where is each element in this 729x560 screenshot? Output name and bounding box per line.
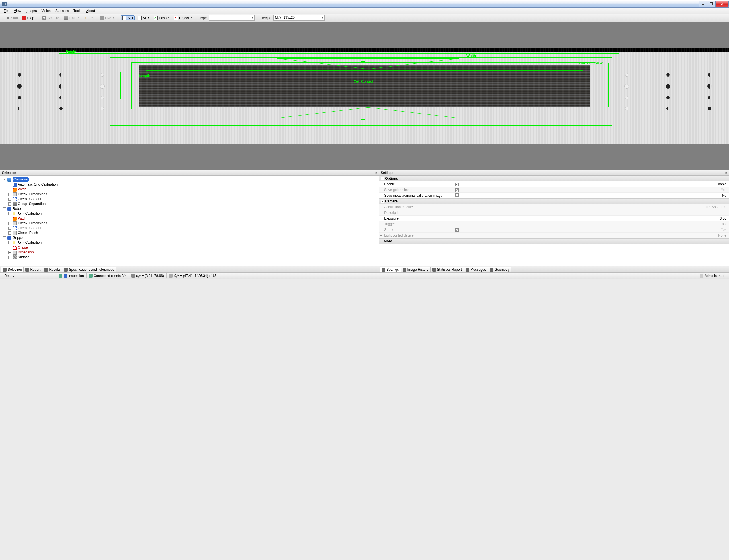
status-inspection: Inspection <box>56 273 86 278</box>
type-label: Type <box>198 16 208 20</box>
svg-line-0 <box>277 58 368 69</box>
tree-conveyor[interactable]: −Conveyor <box>3 177 377 182</box>
settings-header: Settings × <box>379 170 729 176</box>
camera-image: Patch* Width Cut_Control-#1 Length Cut_C… <box>0 48 729 144</box>
user-icon <box>700 274 703 278</box>
svg-line-1 <box>368 58 459 69</box>
settings-close-icon[interactable]: × <box>725 171 727 175</box>
tree-gripper[interactable]: Gripper <box>8 245 377 250</box>
image-viewport[interactable]: Patch* Width Cut_Control-#1 Length Cut_C… <box>0 22 729 170</box>
statusbar: Ready Inspection Connected clients 3/4 u… <box>0 272 729 279</box>
tree-check-contour-2[interactable]: +Check_Contour <box>8 226 377 231</box>
menu-tools[interactable]: Tools <box>71 8 84 13</box>
messages-icon <box>466 268 469 272</box>
settings-grid: −Options Enable✓Enable Save golden image… <box>379 176 729 244</box>
live-icon <box>100 16 104 20</box>
type-combo[interactable] <box>209 15 255 21</box>
tree-point-calibration[interactable]: +Point Calibration <box>8 211 377 216</box>
selection-tree: −Conveyor Automatic Grid Calibration Pat… <box>0 176 379 261</box>
row-light-device[interactable]: +Light control deviceNone <box>379 233 729 238</box>
tab-image-history[interactable]: Image History <box>401 267 431 272</box>
recipe-combo[interactable]: M77_135x25 <box>273 15 325 21</box>
window-controls <box>699 1 729 7</box>
settings-more[interactable]: +More... <box>379 238 729 244</box>
tree-agc[interactable]: Automatic Grid Calibration <box>8 182 377 187</box>
tab-report[interactable]: Report <box>23 267 42 272</box>
geometry-icon <box>490 268 493 272</box>
tree-check-contour[interactable]: +Check_Contour <box>8 197 377 202</box>
row-enable[interactable]: Enable✓Enable <box>379 181 729 187</box>
tree-surface[interactable]: +Surface <box>8 255 377 260</box>
pass-button[interactable]: Pass▾ <box>152 15 171 20</box>
stats-icon <box>432 268 436 272</box>
tab-results[interactable]: Results <box>42 267 62 272</box>
specs-icon <box>64 268 68 272</box>
selection-pane: Selection × −Conveyor Automatic Grid Cal… <box>0 170 379 272</box>
play-icon <box>7 16 10 20</box>
acquire-button[interactable]: Acquire <box>41 15 61 20</box>
app-icon <box>2 2 7 6</box>
close-button[interactable] <box>716 1 729 7</box>
row-save-meas[interactable]: Save measurements calibration imageNo <box>379 193 729 198</box>
pass-icon <box>154 16 158 20</box>
status-uv: u,v = (3.91, 78.66) <box>129 273 166 278</box>
tree-robot[interactable]: −Robot <box>3 206 377 211</box>
tree-patch-2[interactable]: Patch <box>8 216 377 221</box>
caliper-diagonals <box>277 58 459 118</box>
tab-settings[interactable]: Settings <box>380 267 401 272</box>
category-camera[interactable]: −Camera <box>379 198 729 204</box>
network-icon <box>89 274 93 278</box>
reject-button[interactable]: Reject▾ <box>172 15 193 20</box>
tab-messages[interactable]: Messages <box>464 267 488 272</box>
menu-view[interactable]: View <box>11 8 23 13</box>
menu-about[interactable]: About <box>84 8 97 13</box>
overlay-right-cap[interactable] <box>587 63 609 107</box>
tree-point-calibration-2[interactable]: +Point Calibration <box>8 240 377 245</box>
minimize-button[interactable] <box>699 1 707 7</box>
svg-line-3 <box>368 107 459 118</box>
inspection-icon <box>59 274 62 278</box>
row-strobe[interactable]: +Strobe✓Yes <box>379 227 729 233</box>
tree-check-patch[interactable]: +Check_Patch <box>8 231 377 235</box>
settings-icon <box>382 268 385 272</box>
row-trigger[interactable]: +TriggerFast <box>379 221 729 227</box>
selection-header: Selection × <box>0 170 379 176</box>
train-button[interactable]: Train▾ <box>62 15 81 20</box>
live-button[interactable]: Live▾ <box>98 15 116 20</box>
bottom-panel: Selection × −Conveyor Automatic Grid Cal… <box>0 170 729 272</box>
all-icon <box>138 16 142 20</box>
tree-patch[interactable]: Patch <box>8 187 377 192</box>
test-button[interactable]: Test <box>82 15 97 20</box>
recipe-label: Recipe <box>259 16 272 20</box>
menu-file[interactable]: File <box>1 8 11 13</box>
start-button[interactable]: Start <box>5 15 20 20</box>
menu-vision[interactable]: Vision <box>39 8 53 13</box>
overlay-left-cap[interactable] <box>120 72 142 99</box>
svg-line-2 <box>277 107 368 118</box>
tree-check-dimensions[interactable]: +Check_Dimensions <box>8 192 377 197</box>
uv-icon <box>131 274 135 278</box>
all-button[interactable]: All▾ <box>136 15 151 20</box>
tab-geometry[interactable]: Geometry <box>488 267 512 272</box>
row-exposure[interactable]: Exposure3.00 <box>379 216 729 221</box>
titlebar <box>0 0 729 8</box>
toolbar: Start Stop Acquire Train▾ Test Live▾ Sti… <box>0 14 729 22</box>
still-button[interactable]: Still <box>121 15 135 20</box>
tree-dimension[interactable]: +Dimension <box>8 250 377 255</box>
tab-selection[interactable]: Selection <box>1 267 24 272</box>
selection-close-icon[interactable]: × <box>375 171 377 175</box>
stop-icon <box>22 16 26 20</box>
category-options[interactable]: −Options <box>379 176 729 181</box>
tree-gripper-root[interactable]: −Gripper <box>3 235 377 240</box>
tree-group-separation[interactable]: +Group_Separation <box>8 202 377 206</box>
db-icon <box>64 274 67 278</box>
maximize-button[interactable] <box>707 1 716 7</box>
tab-statistics-report[interactable]: Statistics Report <box>430 267 464 272</box>
tree-check-dimensions-2[interactable]: +Check_Dimensions <box>8 221 377 226</box>
stop-button[interactable]: Stop <box>21 15 36 20</box>
menu-statistics[interactable]: Statistics <box>53 8 71 13</box>
report-icon <box>25 268 29 272</box>
status-clients: Connected clients 3/4 <box>86 273 129 278</box>
tab-specs[interactable]: Specifications and Tolerances <box>62 267 116 272</box>
menu-images[interactable]: Images <box>23 8 39 13</box>
